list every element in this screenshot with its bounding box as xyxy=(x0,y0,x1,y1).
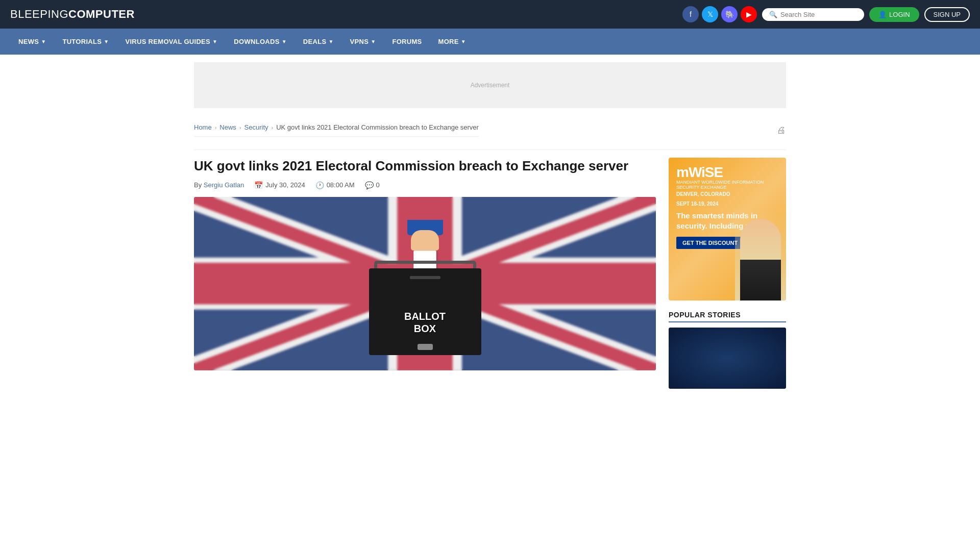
youtube-icon[interactable]: ▶ xyxy=(741,6,757,22)
facebook-icon[interactable]: f xyxy=(682,6,699,22)
article-time: 🕐 08:00 AM xyxy=(315,181,355,189)
main-container: Advertisement Home › News › Security › U… xyxy=(184,62,796,389)
site-logo[interactable]: BLEEPINGCOMPUTER xyxy=(10,8,135,21)
ballot-box: BALLOT BOX xyxy=(369,268,481,355)
nav-deals[interactable]: DEALS ▼ xyxy=(295,29,342,55)
nav-news-label: NEWS xyxy=(18,38,39,45)
network-background xyxy=(669,328,786,389)
sidebar: mWiSE MANDIANT WORLDWIDE INFORMATION SEC… xyxy=(669,158,786,389)
breadcrumb-sep-2: › xyxy=(239,124,241,131)
nav-deals-arrow: ▼ xyxy=(328,39,333,44)
ballot-box-handles xyxy=(374,261,476,268)
signup-button[interactable]: SIGN UP xyxy=(924,7,970,22)
breadcrumb-security[interactable]: Security xyxy=(244,123,268,131)
article-main: UK govt links 2021 Electoral Commission … xyxy=(194,158,656,370)
ad-banner-top: Advertisement xyxy=(194,62,786,108)
signup-label: SIGN UP xyxy=(934,11,961,18)
search-input[interactable] xyxy=(780,11,857,18)
nav-tutorials[interactable]: TUTORIALS ▼ xyxy=(54,29,117,55)
login-label: LOGIN xyxy=(889,11,910,18)
nav-downloads[interactable]: DOWNLOADS ▼ xyxy=(226,29,295,55)
nav-news[interactable]: NEWS ▼ xyxy=(10,29,54,55)
social-icons-group: f 𝕏 🐘 ▶ xyxy=(682,6,757,22)
ad-event-dates: SEPT 18-19, 2024 xyxy=(676,201,778,207)
ballot-box-slot xyxy=(410,276,440,279)
breadcrumb-sep-1: › xyxy=(215,124,217,131)
ad-placeholder-text: Advertisement xyxy=(471,82,510,89)
nav-virus-removal[interactable]: VIRUS REMOVAL GUIDES ▼ xyxy=(117,29,226,55)
ballot-text-line1: BALLOT xyxy=(369,310,481,322)
article-image: BALLOT BOX xyxy=(194,197,656,370)
nav-forums[interactable]: FORUMS xyxy=(384,29,430,55)
hand xyxy=(411,230,439,251)
ballot-box-clasp xyxy=(418,344,433,350)
twitter-icon[interactable]: 𝕏 xyxy=(702,6,718,22)
logo-bold-text: COMPUTER xyxy=(68,8,135,20)
nav-vpns[interactable]: VPNS ▼ xyxy=(342,29,384,55)
comment-icon: 💬 xyxy=(365,181,374,189)
ad-event-location: DENVER, COLORADO xyxy=(676,191,778,197)
nav-virus-arrow: ▼ xyxy=(212,39,217,44)
mastodon-icon[interactable]: 🐘 xyxy=(721,6,738,22)
article-meta: By Sergiu Gatlan 📅 July 30, 2024 🕐 08:00… xyxy=(194,181,656,189)
nav-tutorials-arrow: ▼ xyxy=(104,39,109,44)
breadcrumb-sep-3: › xyxy=(272,124,274,131)
nav-downloads-label: DOWNLOADS xyxy=(234,38,279,45)
article-title: UK govt links 2021 Electoral Commission … xyxy=(194,158,656,175)
by-label: By xyxy=(194,181,202,189)
article-date: 📅 July 30, 2024 xyxy=(254,181,305,189)
nav-more-label: MORE xyxy=(438,38,459,45)
content-layout: UK govt links 2021 Electoral Commission … xyxy=(194,158,786,389)
nav-vpns-arrow: ▼ xyxy=(371,39,376,44)
article-comments[interactable]: 💬 0 xyxy=(365,181,380,189)
search-icon: 🔍 xyxy=(769,11,777,18)
nav-tutorials-label: TUTORIALS xyxy=(62,38,102,45)
breadcrumb: Home › News › Security › UK govt links 2… xyxy=(194,116,479,137)
print-icon[interactable]: 🖨 xyxy=(777,125,786,136)
login-button[interactable]: 👤 LOGIN xyxy=(869,7,919,22)
breadcrumb-container: Home › News › Security › UK govt links 2… xyxy=(194,116,786,150)
ballot-scene: BALLOT BOX xyxy=(194,197,656,370)
nav-virus-label: VIRUS REMOVAL GUIDES xyxy=(125,38,210,45)
logo-light-text: BLEEPING xyxy=(10,8,68,20)
popular-story-image[interactable] xyxy=(669,328,786,389)
author-by: By Sergiu Gatlan xyxy=(194,181,244,189)
figure-person xyxy=(740,219,781,300)
ad-brand: mWiSE xyxy=(676,165,778,180)
ad-figure xyxy=(735,209,786,300)
clock-icon: 🕐 xyxy=(315,181,324,189)
user-icon: 👤 xyxy=(878,11,887,18)
ad-subtitle: MANDIANT WORLDWIDE INFORMATION SECURITY … xyxy=(676,180,778,190)
breadcrumb-news[interactable]: News xyxy=(219,123,236,131)
site-header: BLEEPINGCOMPUTER f 𝕏 🐘 ▶ 🔍 👤 LOGIN SIGN … xyxy=(0,0,980,29)
breadcrumb-home[interactable]: Home xyxy=(194,123,212,131)
ballot-text-line2: BOX xyxy=(369,322,481,335)
nav-news-arrow: ▼ xyxy=(41,39,46,44)
author-link[interactable]: Sergiu Gatlan xyxy=(204,181,244,189)
nav-deals-label: DEALS xyxy=(303,38,327,45)
nav-vpns-label: VPNS xyxy=(350,38,369,45)
nav-forums-label: FORUMS xyxy=(392,38,422,45)
ballot-box-label: BALLOT BOX xyxy=(369,310,481,335)
calendar-icon: 📅 xyxy=(254,181,263,189)
comments-count: 0 xyxy=(376,181,380,189)
header-actions: f 𝕏 🐘 ▶ 🔍 👤 LOGIN SIGN UP xyxy=(682,6,970,22)
breadcrumb-current: UK govt links 2021 Electoral Commission … xyxy=(276,123,479,131)
nav-more-arrow: ▼ xyxy=(461,39,466,44)
popular-stories: POPULAR STORIES xyxy=(669,311,786,389)
nav-more[interactable]: MORE ▼ xyxy=(430,29,474,55)
date-value: July 30, 2024 xyxy=(265,181,305,189)
sidebar-ad: mWiSE MANDIANT WORLDWIDE INFORMATION SEC… xyxy=(669,158,786,300)
main-navbar: NEWS ▼ TUTORIALS ▼ VIRUS REMOVAL GUIDES … xyxy=(0,29,980,55)
search-bar[interactable]: 🔍 xyxy=(762,8,864,21)
popular-stories-title: POPULAR STORIES xyxy=(669,311,786,322)
nav-downloads-arrow: ▼ xyxy=(282,39,287,44)
time-value: 08:00 AM xyxy=(327,181,355,189)
ad-cta-button[interactable]: GET THE DISCOUNT xyxy=(676,237,744,249)
